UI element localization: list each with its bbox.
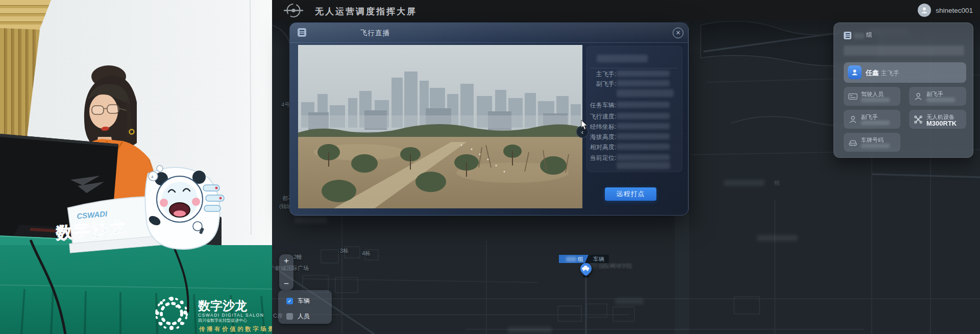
redacted-value	[617, 102, 670, 108]
person-icon	[914, 92, 923, 101]
redacted-value	[617, 113, 670, 119]
legend-row-people[interactable]: 人员	[286, 312, 310, 321]
check-icon: ✓	[287, 298, 291, 304]
drone-scene	[298, 45, 582, 208]
blurred-map-label	[295, 217, 327, 223]
remote-mark-button[interactable]: 远程打点	[605, 187, 656, 201]
map-label: 4号	[281, 101, 290, 109]
cell-label: 副飞手	[926, 90, 943, 98]
cell-label: 车牌号码	[861, 136, 884, 144]
person-icon	[848, 115, 857, 124]
modal-header: 飞行直播 ✕	[290, 23, 688, 43]
vehicles-label: 车辆	[298, 297, 310, 305]
redacted-value	[617, 80, 670, 86]
cell-drone-device: 无人机设备 M300RTK	[909, 110, 966, 129]
redacted-value	[617, 133, 670, 139]
vehicles-checkbox[interactable]: ✓	[286, 298, 293, 304]
map-mode-toggle: 组 车辆	[559, 255, 609, 263]
blurred-map-label	[757, 235, 798, 241]
tab-vehicles[interactable]: 车辆	[589, 255, 609, 263]
field-label: 海拔高度:	[586, 133, 616, 141]
redacted-value	[617, 123, 670, 129]
cell-copilot-2: 副飞手	[844, 110, 900, 129]
blurred-tab-text	[566, 257, 576, 261]
watermark-subtitle: CSWADI DIGITAL SALON	[198, 313, 264, 318]
car-icon	[848, 138, 857, 147]
close-icon[interactable]: ✕	[673, 28, 683, 38]
team-panel-title: 组	[866, 31, 872, 39]
field-label: 经纬坐标:	[586, 123, 616, 131]
watermark-title: 数字沙龙	[198, 299, 248, 313]
page-title: 无人运营调度指挥大屏	[315, 6, 417, 17]
collapse-chevron-icon[interactable]: ‹	[576, 126, 589, 138]
live-list-icon	[298, 28, 306, 37]
cell-driver: 驾驶人员	[844, 87, 900, 106]
blurred-map-label	[724, 180, 765, 186]
redacted-row	[844, 45, 964, 56]
tab-group-label: 组	[578, 255, 583, 263]
redacted-value	[617, 154, 670, 160]
watermark-org: 四川省数字化转型促进中心	[198, 318, 247, 323]
drone-icon	[914, 115, 923, 124]
map-label: 桂	[774, 179, 780, 187]
zoom-in-button[interactable]: +	[284, 256, 289, 265]
cell-copilot-1: 副飞手	[909, 87, 966, 106]
map-label: 3栋	[340, 247, 349, 255]
redacted-value	[617, 89, 674, 97]
map-zoom-control: + −	[279, 254, 293, 290]
blurred-map-label	[508, 327, 552, 333]
map-label: 4栋	[362, 250, 371, 257]
presenter-video: CSWADI 数字沙龙	[0, 0, 272, 334]
pilot-avatar-icon	[848, 65, 862, 79]
chevron-glyph: ‹	[581, 128, 583, 136]
close-glyph: ✕	[676, 30, 680, 36]
redacted-value	[617, 70, 670, 77]
tab-group[interactable]: 组	[559, 255, 589, 263]
svg-text:4: 4	[151, 175, 154, 179]
dashboard: 无人运营调度指挥大屏 shinetec001	[272, 0, 980, 334]
redacted-value	[617, 144, 670, 150]
redacted-value	[926, 98, 955, 102]
redacted-task-title	[597, 55, 648, 62]
redacted-value	[861, 98, 890, 102]
drone-video-feed	[298, 45, 582, 208]
user-avatar-icon	[918, 4, 931, 17]
flight-live-modal: 飞行直播 ✕	[289, 22, 689, 216]
car-icon	[581, 265, 590, 271]
team-list-icon	[844, 32, 851, 39]
team-panel: 组 任鑫 主飞手 驾驶人员	[834, 22, 973, 158]
cell-label: 副飞手	[861, 113, 878, 121]
app-logo-icon	[280, 2, 307, 19]
people-checkbox[interactable]	[286, 313, 293, 320]
member-row-selected[interactable]: 任鑫 主飞手	[844, 62, 966, 83]
member-name: 任鑫	[866, 68, 879, 78]
redacted-value	[617, 162, 670, 169]
pin-shadow	[583, 275, 589, 277]
screen: CSWADI 数字沙龙	[0, 0, 980, 334]
legend-row-vehicles[interactable]: ✓ 车辆	[286, 297, 310, 305]
redacted-team-name	[853, 33, 865, 39]
user-menu[interactable]: shinetec001	[918, 4, 973, 17]
member-role: 主飞手	[881, 69, 899, 78]
redacted-value	[861, 121, 890, 125]
map-label-tennis: 国际网球学院	[599, 263, 632, 270]
watermark-slogan: 传播有价值的数字场景!	[199, 325, 272, 332]
field-label: 当前定位:	[586, 154, 616, 162]
field-label: 主飞手:	[586, 70, 616, 79]
cell-plate-number: 车牌号码	[844, 133, 900, 152]
people-label: 人员	[298, 312, 310, 321]
blurred-map-label	[615, 298, 644, 304]
info-divider	[591, 68, 677, 68]
username-label: shinetec001	[936, 7, 973, 14]
layer-legend: ✓ 车辆 人员	[278, 290, 332, 324]
top-bar: 无人运营调度指挥大屏 shinetec001	[272, 0, 980, 21]
zoom-out-button[interactable]: −	[284, 279, 289, 288]
field-label: 相对高度:	[586, 143, 616, 152]
drone-model: M300RTK	[926, 120, 957, 127]
id-card-icon	[848, 92, 857, 101]
redacted-value	[861, 144, 890, 148]
field-label: 飞行速度:	[586, 112, 616, 121]
field-label: 副飞手:	[586, 80, 616, 88]
modal-title: 飞行直播	[360, 29, 390, 38]
map-label: 2幢	[293, 253, 302, 261]
